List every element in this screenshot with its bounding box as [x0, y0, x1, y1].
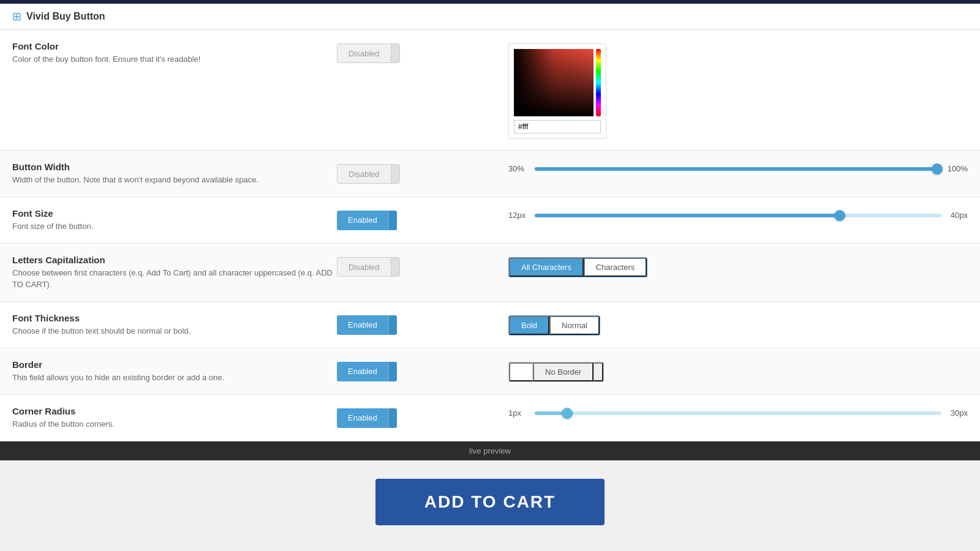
corner-radius-track[interactable] — [535, 411, 941, 415]
color-hue-strip[interactable] — [596, 49, 601, 116]
font-size-max: 40px — [946, 211, 968, 220]
font-thickness-label-col: Font Thickness Choose if the button text… — [12, 313, 337, 337]
border-desc: This field allows you to hide an existin… — [12, 372, 337, 383]
color-gradient-bg — [514, 49, 594, 116]
font-color-label-col: Font Color Color of the buy button font.… — [12, 41, 337, 65]
border-label: Border — [12, 359, 337, 370]
corner-radius-max: 30px — [946, 408, 968, 418]
preview-bar: live preview — [0, 441, 980, 460]
font-size-control: 12px 40px — [508, 208, 968, 220]
font-color-toggle-handle — [391, 44, 399, 62]
border-enabled-option[interactable]: Enabled — [337, 362, 388, 381]
font-color-desc: Color of the buy button font. Ensure tha… — [12, 54, 337, 65]
border-toggle-col: Enabled — [337, 359, 508, 381]
font-size-min: 12px — [508, 211, 530, 220]
letters-cap-label: Letters Capitalization — [12, 255, 337, 265]
button-width-control: 30% 100% — [508, 162, 968, 173]
corner-radius-enabled-option[interactable]: Enabled — [337, 408, 388, 428]
button-width-min: 30% — [508, 164, 530, 173]
font-size-toggle[interactable]: Enabled — [337, 211, 397, 230]
font-size-label-col: Font Size Font size of the button. — [12, 208, 337, 232]
button-width-track[interactable] — [535, 167, 941, 171]
font-size-track[interactable] — [535, 214, 941, 217]
button-width-row: Button Width Width of the button. Note t… — [0, 151, 980, 197]
characters-btn[interactable]: Characters — [584, 258, 647, 277]
normal-btn[interactable]: Normal — [549, 316, 600, 335]
corner-radius-toggle-col: Enabled — [337, 406, 508, 428]
font-thickness-desc: Choose if the button text should be norm… — [12, 326, 337, 337]
color-input-row — [514, 120, 601, 133]
preview-area: ADD TO CART — [0, 460, 980, 544]
font-color-disabled-option[interactable]: Disabled — [337, 44, 391, 62]
border-toggle-handle — [388, 362, 397, 381]
letters-cap-toggle-col: Disabled — [337, 255, 508, 277]
font-size-row: Font Size Font size of the button. Enabl… — [0, 197, 980, 244]
no-border-left[interactable] — [509, 362, 533, 381]
font-thickness-row: Font Thickness Choose if the button text… — [0, 302, 980, 348]
corner-radius-min: 1px — [508, 408, 530, 418]
button-width-label: Button Width — [12, 162, 337, 172]
button-width-toggle[interactable]: Disabled — [337, 164, 400, 184]
font-color-row: Font Color Color of the buy button font.… — [0, 30, 980, 151]
letters-cap-toggle[interactable]: Disabled — [337, 257, 400, 277]
color-gradient-area[interactable] — [514, 49, 594, 116]
corner-radius-desc: Radius of the button corners. — [12, 419, 337, 430]
font-size-thumb[interactable] — [834, 210, 845, 221]
font-thickness-toggle-col: Enabled — [337, 313, 508, 335]
font-thickness-toggle[interactable]: Enabled — [337, 315, 397, 335]
font-size-desc: Font size of the button. — [12, 221, 337, 232]
font-thickness-label: Font Thickness — [12, 313, 337, 323]
corner-radius-row: Corner Radius Radius of the button corne… — [0, 395, 980, 441]
border-toggle[interactable]: Enabled — [337, 362, 397, 381]
letters-cap-toggle-handle — [391, 258, 399, 276]
font-thickness-toggle-handle — [388, 315, 397, 335]
border-option-group: No Border — [508, 362, 604, 382]
font-color-toggle[interactable]: Disabled — [337, 43, 400, 63]
button-width-disabled-option[interactable]: Disabled — [337, 165, 391, 183]
font-thickness-control: Bold Normal — [508, 313, 968, 335]
corner-radius-toggle[interactable]: Enabled — [337, 408, 397, 428]
color-gradient-wrapper — [514, 49, 601, 116]
border-label-col: Border This field allows you to hide an … — [12, 359, 337, 383]
letters-cap-desc: Choose between first characters (e.q. Ad… — [12, 268, 337, 290]
font-size-toggle-col: Enabled — [337, 208, 508, 230]
button-width-desc: Width of the button. Note that it won't … — [12, 174, 337, 186]
app-title: Vivid Buy Button — [26, 11, 105, 22]
font-size-slider: 12px 40px — [508, 211, 968, 220]
color-picker[interactable] — [508, 43, 606, 139]
color-hex-input[interactable] — [514, 120, 601, 133]
app-icon: ⊞ — [12, 10, 21, 23]
no-border-btn[interactable]: No Border — [533, 362, 594, 381]
corner-radius-slider: 1px 30px — [508, 408, 968, 418]
app-header: ⊞ Vivid Buy Button — [0, 4, 980, 30]
border-control: No Border — [508, 359, 968, 382]
font-size-label: Font Size — [12, 208, 337, 219]
corner-radius-label: Corner Radius — [12, 406, 337, 416]
all-characters-btn[interactable]: All Characters — [509, 258, 584, 277]
letters-cap-control: All Characters Characters — [508, 255, 968, 277]
font-color-label: Font Color — [12, 41, 337, 51]
button-width-thumb[interactable] — [932, 163, 943, 174]
corner-radius-toggle-handle — [388, 408, 397, 428]
border-row: Border This field allows you to hide an … — [0, 348, 980, 395]
font-size-toggle-handle — [388, 211, 397, 230]
button-width-max: 100% — [946, 164, 968, 173]
button-width-toggle-col: Disabled — [337, 162, 508, 184]
font-thickness-enabled-option[interactable]: Enabled — [337, 315, 388, 335]
letters-cap-row: Letters Capitalization Choose between fi… — [0, 244, 980, 301]
button-width-slider: 30% 100% — [508, 164, 968, 173]
settings-content: Font Color Color of the buy button font.… — [0, 30, 980, 441]
corner-radius-label-col: Corner Radius Radius of the button corne… — [12, 406, 337, 430]
button-width-fill — [535, 167, 941, 171]
button-width-label-col: Button Width Width of the button. Note t… — [12, 162, 337, 186]
bold-btn[interactable]: Bold — [509, 316, 549, 335]
corner-radius-thumb[interactable] — [562, 408, 573, 419]
preview-label: live preview — [469, 446, 511, 455]
font-size-enabled-option[interactable]: Enabled — [337, 211, 388, 230]
capitalization-group: All Characters Characters — [508, 257, 647, 277]
letters-cap-label-col: Letters Capitalization Choose between fi… — [12, 255, 337, 290]
add-to-cart-preview-btn[interactable]: ADD TO CART — [375, 479, 605, 525]
letters-cap-disabled-option[interactable]: Disabled — [337, 258, 391, 276]
thickness-group: Bold Normal — [508, 315, 600, 335]
button-width-toggle-handle — [391, 165, 399, 183]
